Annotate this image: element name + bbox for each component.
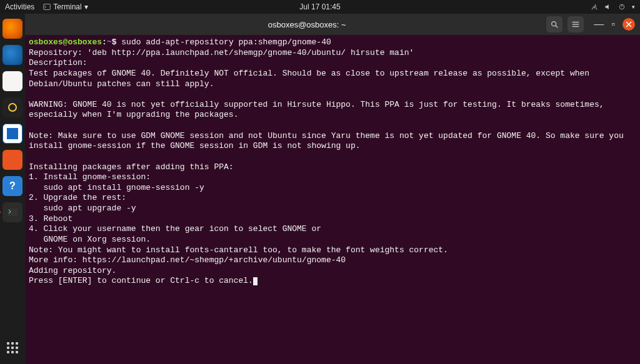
files-icon[interactable] <box>2 71 22 91</box>
close-button[interactable] <box>622 18 635 31</box>
prompt-user-host: osboxes@osboxes <box>29 37 102 47</box>
help-icon[interactable]: ? <box>2 176 22 196</box>
hamburger-menu-button[interactable] <box>568 16 584 32</box>
typed-command: sudo add-apt-repository ppa:shemgp/gnome… <box>121 37 331 47</box>
terminal-dock-icon[interactable] <box>2 202 22 222</box>
activities-button[interactable]: Activities <box>5 2 34 11</box>
ubuntu-dock: ? <box>0 14 25 364</box>
terminal-content[interactable]: osboxes@osboxes:~$ sudo add-apt-reposito… <box>25 35 640 364</box>
power-icon <box>618 3 626 11</box>
prompt-path: ~ <box>107 37 112 47</box>
system-status-area[interactable]: ▾ <box>591 3 635 11</box>
chevron-down-icon: ▾ <box>632 4 635 10</box>
thunderbird-icon[interactable] <box>2 45 22 65</box>
chevron-down-icon: ▾ <box>84 2 88 11</box>
svg-rect-0 <box>44 4 51 10</box>
volume-icon <box>604 3 612 11</box>
window-titlebar: osboxes@osboxes: ~ — ▫ <box>25 14 640 35</box>
search-icon <box>550 20 559 29</box>
minimize-button[interactable]: — <box>594 19 604 30</box>
maximize-button[interactable]: ▫ <box>611 19 615 30</box>
libreoffice-writer-icon[interactable] <box>2 124 22 144</box>
prompt-symbol: $ <box>112 37 117 47</box>
rhythmbox-icon[interactable] <box>2 97 22 117</box>
terminal-output: Repository: 'deb http://ppa.launchpad.ne… <box>29 48 629 286</box>
gnome-top-bar: Activities Terminal ▾ Jul 17 01:45 ▾ <box>0 0 640 14</box>
ubuntu-software-icon[interactable] <box>2 150 22 170</box>
network-icon <box>591 3 598 11</box>
terminal-window: osboxes@osboxes: ~ — ▫ osboxes@osboxes:~… <box>25 14 640 364</box>
app-menu[interactable]: Terminal ▾ <box>43 2 88 11</box>
search-button[interactable] <box>546 16 562 32</box>
terminal-indicator-icon <box>43 3 51 11</box>
close-icon <box>626 21 632 27</box>
svg-line-5 <box>556 26 558 28</box>
svg-point-4 <box>552 22 556 26</box>
firefox-icon[interactable] <box>2 19 22 39</box>
window-title: osboxes@osboxes: ~ <box>72 20 541 29</box>
app-menu-label: Terminal <box>53 2 81 11</box>
show-applications-button[interactable] <box>2 338 22 358</box>
clock[interactable]: Jul 17 01:45 <box>299 2 340 11</box>
terminal-cursor <box>253 277 258 285</box>
hamburger-icon <box>571 20 580 29</box>
